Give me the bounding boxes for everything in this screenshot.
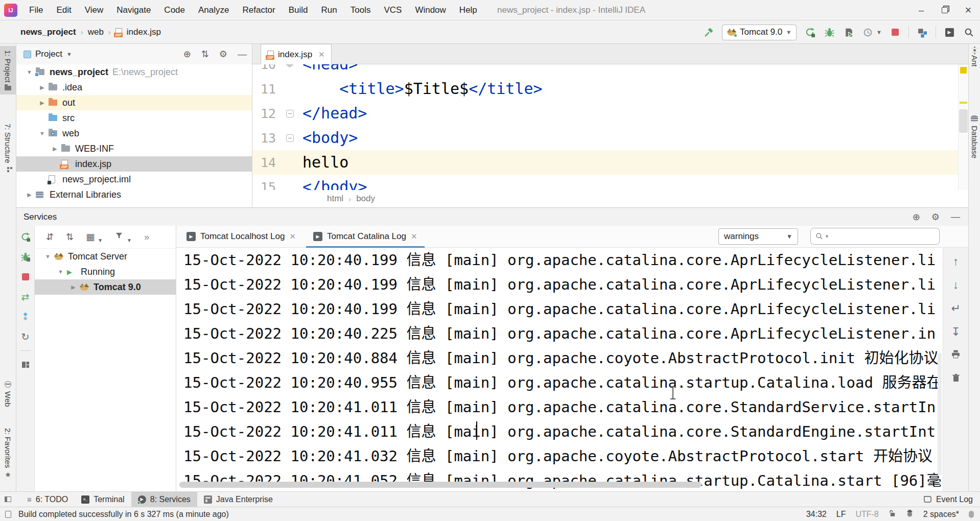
code-line[interactable]: 10<head> (252, 64, 968, 77)
filter-button[interactable] (115, 231, 124, 243)
thread-dump-icon[interactable]: ◆◆ (19, 311, 32, 323)
sidebar-tab-ant[interactable]: Ant (969, 49, 980, 67)
menu-item-tools[interactable]: Tools (344, 0, 378, 20)
services-title[interactable]: Services (24, 212, 57, 222)
encoding-widget[interactable]: UTF-8 (855, 510, 878, 519)
print-icon[interactable] (951, 349, 961, 362)
tree-row[interactable]: ▼web (16, 126, 252, 141)
log-line[interactable]: 15-Oct-2022 10:20:41.011 信息 [main] org.a… (176, 419, 943, 444)
tool-window-switcher-icon[interactable] (5, 496, 11, 502)
code-line[interactable]: 13<body> (252, 126, 968, 150)
caret-position-widget[interactable]: 34:32 (806, 510, 827, 519)
search-everywhere-button[interactable] (963, 26, 975, 38)
tool-window-java-enterprise[interactable]: Java Enterprise (197, 492, 279, 507)
resume-button[interactable]: ⇄ (19, 291, 32, 303)
log-line[interactable]: 15-Oct-2022 10:20:40.199 信息 [main] org.a… (176, 272, 943, 297)
tree-row[interactable]: src (16, 110, 252, 126)
menu-item-view[interactable]: View (78, 0, 110, 20)
hide-panel-button[interactable]: — (238, 49, 247, 60)
breadcrumb-html[interactable]: html (327, 194, 343, 204)
tool-window-todo[interactable]: ≡ 6: TODO (20, 492, 75, 507)
profiler-dropdown-icon[interactable]: ▼ (876, 29, 882, 35)
scroll-up-icon[interactable]: ↑ (953, 255, 959, 268)
warning-mark[interactable] (960, 102, 967, 104)
sidebar-tab-database[interactable]: Database (969, 115, 980, 158)
editor-tab-index-jsp[interactable]: JSP index.jsp ✕ (261, 44, 332, 64)
scroll-to-end-icon[interactable]: ↧ (951, 325, 960, 339)
tree-row[interactable]: ▼Tomcat Server (35, 249, 176, 264)
more-actions-icon[interactable]: » (144, 232, 149, 243)
hector-inspections-icon[interactable] (906, 509, 914, 519)
tree-row[interactable]: ▶out (16, 95, 252, 110)
scroll-down-icon[interactable]: ↓ (953, 278, 959, 292)
console-output[interactable]: 15-Oct-2022 10:20:40.199 信息 [main] org.a… (176, 248, 968, 491)
event-log-button[interactable]: Event Log (923, 495, 973, 504)
tool-window-terminal[interactable]: >_ Terminal (75, 492, 131, 507)
chevron-icon[interactable]: ▶ (67, 284, 80, 291)
expand-all-button[interactable]: ⇵ (46, 231, 54, 243)
tab-tomcat-catalina-log[interactable]: ▶ Tomcat Catalina Log ✕ (306, 226, 425, 248)
settings-gear-icon[interactable]: ⚙ (219, 49, 227, 60)
stop-button[interactable] (889, 26, 901, 38)
run-with-coverage-button[interactable] (843, 26, 855, 38)
debug-button[interactable] (823, 26, 835, 38)
clear-console-trash-icon[interactable] (951, 372, 961, 386)
layout-options-icon[interactable] (19, 359, 32, 371)
tree-row[interactable]: ▶WEB-INF (16, 141, 252, 156)
sidebar-tab-project[interactable]: 1: Project (0, 46, 16, 94)
chevron-icon[interactable]: ▼ (54, 269, 67, 275)
log-line[interactable]: 15-Oct-2022 10:20:40.199 信息 [main] org.a… (176, 248, 943, 272)
menu-item-analyze[interactable]: Analyze (192, 0, 236, 20)
code-line[interactable]: 14hello (252, 150, 968, 175)
chevron-icon[interactable]: ▶ (36, 84, 49, 91)
chevron-icon[interactable]: ▶ (49, 146, 61, 152)
tree-row[interactable]: ▼▶Running (35, 264, 176, 279)
refresh-icon[interactable]: ↻ (19, 330, 32, 343)
status-message[interactable]: Build completed successfully in 6 s 327 … (18, 510, 229, 519)
notification-icon[interactable] (969, 511, 974, 518)
fold-marker-icon[interactable] (282, 110, 297, 117)
editor-error-stripe[interactable] (958, 64, 968, 190)
menu-item-build[interactable]: Build (282, 0, 315, 20)
breadcrumb-body[interactable]: body (356, 194, 375, 204)
tree-row[interactable]: ▼news_projectE:\news_project (16, 64, 252, 80)
log-line[interactable]: 15-Oct-2022 10:20:40.199 信息 [main] org.a… (176, 297, 943, 321)
lock-icon[interactable] (889, 509, 896, 519)
stop-server-button[interactable] (19, 271, 32, 283)
log-line[interactable]: 15-Oct-2022 10:20:41.032 信息 [main] org.a… (176, 444, 943, 468)
run-configuration-select[interactable]: Tomcat 9.0 ▼ (722, 25, 797, 40)
tab-tomcat-localhost-log[interactable]: ▶ Tomcat Localhost Log ✕ (179, 226, 303, 248)
breadcrumb-file[interactable]: index.jsp (127, 27, 161, 37)
tree-row[interactable]: ▶External Libraries (16, 187, 252, 202)
console-vertical-scrollbar[interactable] (938, 353, 942, 476)
fold-marker-icon[interactable] (282, 64, 297, 68)
tool-window-services[interactable]: ▶ 8: Services (131, 492, 197, 507)
indent-widget[interactable]: 2 spaces* (923, 510, 959, 519)
hide-panel-button[interactable]: — (951, 211, 960, 222)
fold-marker-icon[interactable] (282, 134, 297, 142)
log-search-input[interactable]: ▼ (810, 228, 940, 245)
tree-row[interactable]: JSPindex.jsp (16, 156, 252, 172)
line-separator-widget[interactable]: LF (836, 510, 846, 519)
close-button[interactable]: × (956, 0, 980, 20)
log-line[interactable]: 15-Oct-2022 10:20:40.955 信息 [main] org.a… (176, 370, 943, 395)
code-line[interactable]: 12</head> (252, 101, 968, 126)
chevron-icon[interactable]: ▼ (41, 253, 54, 259)
menu-item-refactor[interactable]: Refactor (236, 0, 282, 20)
tree-row[interactable]: news_project.iml (16, 172, 252, 187)
log-level-select[interactable]: warnings ▼ (718, 228, 798, 245)
profiler-button[interactable] (862, 26, 874, 38)
log-line[interactable]: 15-Oct-2022 10:20:41.011 信息 [main] org.a… (176, 395, 943, 419)
inspection-status-icon[interactable] (960, 67, 967, 74)
project-structure-button[interactable] (916, 26, 928, 38)
tree-row[interactable]: ▶Tomcat 9.0 (35, 279, 176, 295)
menu-item-code[interactable]: Code (157, 0, 192, 20)
minimize-button[interactable]: – (909, 0, 933, 20)
rerun-button[interactable] (804, 26, 816, 38)
menu-item-vcs[interactable]: VCS (377, 0, 408, 20)
project-panel-title[interactable]: Project (35, 49, 62, 59)
chevron-icon[interactable]: ▼ (36, 130, 49, 136)
collapse-all-button[interactable]: ⇅ (66, 231, 74, 243)
log-line[interactable]: 15-Oct-2022 10:20:40.225 信息 [main] org.a… (176, 321, 943, 346)
console-horizontal-scrollbar[interactable] (179, 482, 702, 488)
